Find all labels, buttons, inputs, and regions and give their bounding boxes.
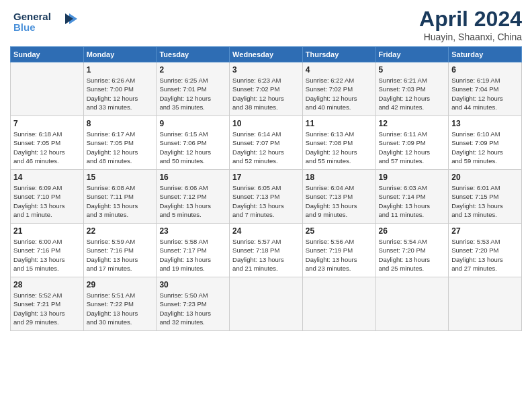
day-info: Sunrise: 6:11 AMSunset: 7:09 PMDaylight:… bbox=[379, 130, 446, 165]
day-info: Sunrise: 6:18 AMSunset: 7:05 PMDaylight:… bbox=[13, 130, 81, 165]
calendar-cell: 11Sunrise: 6:13 AMSunset: 7:08 PMDayligh… bbox=[302, 116, 375, 170]
day-info: Sunrise: 6:00 AMSunset: 7:16 PMDaylight:… bbox=[13, 237, 81, 273]
weekday-header-saturday: Saturday bbox=[449, 47, 522, 62]
calendar-cell: 7Sunrise: 6:18 AMSunset: 7:05 PMDaylight… bbox=[11, 116, 84, 170]
calendar-cell bbox=[375, 277, 449, 331]
day-info: Sunrise: 6:05 AMSunset: 7:13 PMDaylight:… bbox=[232, 183, 300, 219]
calendar-cell: 9Sunrise: 6:15 AMSunset: 7:06 PMDaylight… bbox=[157, 116, 230, 170]
day-number: 11 bbox=[306, 119, 373, 128]
week-row-1: 1Sunrise: 6:26 AMSunset: 7:00 PMDaylight… bbox=[11, 62, 522, 116]
day-number: 21 bbox=[13, 226, 81, 236]
calendar-cell: 21Sunrise: 6:00 AMSunset: 7:16 PMDayligh… bbox=[11, 224, 84, 277]
day-number: 27 bbox=[451, 226, 519, 236]
calendar-cell: 27Sunrise: 5:53 AMSunset: 7:20 PMDayligh… bbox=[449, 224, 522, 277]
day-info: Sunrise: 6:03 AMSunset: 7:14 PMDaylight:… bbox=[379, 183, 446, 219]
calendar-cell bbox=[11, 62, 84, 116]
day-info: Sunrise: 5:50 AMSunset: 7:23 PMDaylight:… bbox=[159, 291, 226, 326]
day-info: Sunrise: 5:56 AMSunset: 7:19 PMDaylight:… bbox=[306, 237, 373, 273]
calendar-cell bbox=[230, 277, 303, 331]
day-number: 5 bbox=[379, 65, 446, 75]
week-row-3: 14Sunrise: 6:09 AMSunset: 7:10 PMDayligh… bbox=[11, 170, 522, 224]
day-info: Sunrise: 5:58 AMSunset: 7:17 PMDaylight:… bbox=[159, 237, 226, 273]
calendar-cell: 29Sunrise: 5:51 AMSunset: 7:22 PMDayligh… bbox=[83, 277, 157, 331]
calendar-cell: 20Sunrise: 6:01 AMSunset: 7:15 PMDayligh… bbox=[449, 170, 522, 224]
calendar-cell: 4Sunrise: 6:22 AMSunset: 7:02 PMDaylight… bbox=[302, 62, 375, 116]
day-info: Sunrise: 6:06 AMSunset: 7:12 PMDaylight:… bbox=[159, 183, 226, 219]
calendar-cell: 2Sunrise: 6:25 AMSunset: 7:01 PMDaylight… bbox=[157, 62, 230, 116]
day-info: Sunrise: 5:57 AMSunset: 7:18 PMDaylight:… bbox=[232, 237, 300, 273]
header: General Blue April 2024 Huayin, Shaanxi,… bbox=[10, 7, 522, 42]
calendar-cell: 14Sunrise: 6:09 AMSunset: 7:10 PMDayligh… bbox=[11, 170, 84, 224]
calendar-table: SundayMondayTuesdayWednesdayThursdayFrid… bbox=[10, 46, 522, 331]
day-number: 2 bbox=[159, 65, 226, 75]
week-row-2: 7Sunrise: 6:18 AMSunset: 7:05 PMDaylight… bbox=[11, 116, 522, 170]
calendar-cell: 1Sunrise: 6:26 AMSunset: 7:00 PMDaylight… bbox=[83, 62, 157, 116]
weekday-header-sunday: Sunday bbox=[11, 47, 84, 62]
day-info: Sunrise: 5:59 AMSunset: 7:16 PMDaylight:… bbox=[87, 237, 154, 273]
calendar-cell: 30Sunrise: 5:50 AMSunset: 7:23 PMDayligh… bbox=[157, 277, 230, 331]
calendar-cell: 19Sunrise: 6:03 AMSunset: 7:14 PMDayligh… bbox=[375, 170, 449, 224]
location: Huayin, Shaanxi, China bbox=[419, 32, 522, 42]
calendar-cell bbox=[302, 277, 375, 331]
day-info: Sunrise: 6:22 AMSunset: 7:02 PMDaylight:… bbox=[306, 76, 373, 111]
day-info: Sunrise: 6:10 AMSunset: 7:09 PMDaylight:… bbox=[451, 130, 519, 165]
calendar-cell: 13Sunrise: 6:10 AMSunset: 7:09 PMDayligh… bbox=[449, 116, 522, 170]
day-info: Sunrise: 6:25 AMSunset: 7:01 PMDaylight:… bbox=[159, 76, 226, 111]
day-number: 18 bbox=[306, 173, 373, 182]
calendar-cell: 17Sunrise: 6:05 AMSunset: 7:13 PMDayligh… bbox=[230, 170, 303, 224]
day-number: 19 bbox=[379, 173, 446, 182]
logo: General Blue bbox=[10, 7, 84, 40]
weekday-header-tuesday: Tuesday bbox=[157, 47, 230, 62]
svg-text:General: General bbox=[13, 11, 51, 22]
day-number: 8 bbox=[87, 119, 154, 128]
svg-text:Blue: Blue bbox=[13, 21, 36, 33]
weekday-header-row: SundayMondayTuesdayWednesdayThursdayFrid… bbox=[11, 47, 522, 62]
day-number: 29 bbox=[87, 280, 154, 289]
day-number: 4 bbox=[306, 65, 373, 75]
day-info: Sunrise: 6:14 AMSunset: 7:07 PMDaylight:… bbox=[232, 130, 300, 165]
day-number: 7 bbox=[13, 119, 81, 128]
month-title: April 2024 bbox=[419, 7, 522, 32]
day-number: 3 bbox=[232, 65, 300, 75]
day-info: Sunrise: 6:13 AMSunset: 7:08 PMDaylight:… bbox=[306, 130, 373, 165]
calendar-cell: 22Sunrise: 5:59 AMSunset: 7:16 PMDayligh… bbox=[83, 224, 157, 277]
day-number: 16 bbox=[159, 173, 226, 182]
day-number: 1 bbox=[87, 65, 154, 75]
day-number: 28 bbox=[13, 280, 81, 289]
day-info: Sunrise: 6:19 AMSunset: 7:04 PMDaylight:… bbox=[451, 76, 519, 111]
calendar-cell: 10Sunrise: 6:14 AMSunset: 7:07 PMDayligh… bbox=[230, 116, 303, 170]
day-number: 25 bbox=[306, 226, 373, 236]
day-info: Sunrise: 6:21 AMSunset: 7:03 PMDaylight:… bbox=[379, 76, 446, 111]
day-number: 30 bbox=[159, 280, 226, 289]
day-info: Sunrise: 6:09 AMSunset: 7:10 PMDaylight:… bbox=[13, 183, 81, 219]
day-number: 26 bbox=[379, 226, 446, 236]
weekday-header-thursday: Thursday bbox=[302, 47, 375, 62]
calendar-page: General Blue April 2024 Huayin, Shaanxi,… bbox=[0, 0, 532, 411]
day-info: Sunrise: 5:53 AMSunset: 7:20 PMDaylight:… bbox=[451, 237, 519, 273]
day-info: Sunrise: 6:17 AMSunset: 7:05 PMDaylight:… bbox=[87, 130, 154, 165]
logo-svg: General Blue bbox=[10, 7, 84, 37]
weekday-header-wednesday: Wednesday bbox=[230, 47, 303, 62]
weekday-header-monday: Monday bbox=[83, 47, 157, 62]
day-info: Sunrise: 6:23 AMSunset: 7:02 PMDaylight:… bbox=[232, 76, 300, 111]
day-number: 12 bbox=[379, 119, 446, 128]
day-number: 17 bbox=[232, 173, 300, 182]
day-number: 9 bbox=[159, 119, 226, 128]
day-number: 15 bbox=[87, 173, 154, 182]
day-number: 14 bbox=[13, 173, 81, 182]
day-number: 23 bbox=[159, 226, 226, 236]
day-number: 10 bbox=[232, 119, 300, 128]
day-info: Sunrise: 5:54 AMSunset: 7:20 PMDaylight:… bbox=[379, 237, 446, 273]
day-number: 22 bbox=[87, 226, 154, 236]
calendar-cell: 26Sunrise: 5:54 AMSunset: 7:20 PMDayligh… bbox=[375, 224, 449, 277]
day-number: 24 bbox=[232, 226, 300, 236]
day-number: 20 bbox=[451, 173, 519, 182]
calendar-cell: 18Sunrise: 6:04 AMSunset: 7:13 PMDayligh… bbox=[302, 170, 375, 224]
day-info: Sunrise: 6:04 AMSunset: 7:13 PMDaylight:… bbox=[306, 183, 373, 219]
calendar-cell bbox=[449, 277, 522, 331]
day-info: Sunrise: 5:52 AMSunset: 7:21 PMDaylight:… bbox=[13, 291, 81, 326]
week-row-5: 28Sunrise: 5:52 AMSunset: 7:21 PMDayligh… bbox=[11, 277, 522, 331]
day-info: Sunrise: 5:51 AMSunset: 7:22 PMDaylight:… bbox=[87, 291, 154, 326]
day-number: 6 bbox=[451, 65, 519, 75]
day-info: Sunrise: 6:15 AMSunset: 7:06 PMDaylight:… bbox=[159, 130, 226, 165]
